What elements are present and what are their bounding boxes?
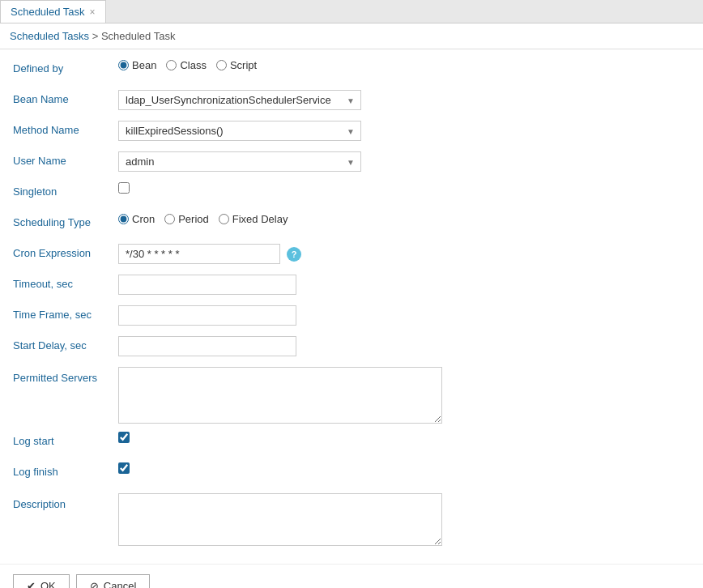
cancel-button[interactable]: ⊘ Cancel — [76, 574, 150, 588]
description-label: Description — [13, 493, 118, 510]
radio-bean[interactable] — [118, 60, 129, 70]
permitted-servers-field — [118, 367, 690, 424]
log-start-row: Log start — [13, 432, 690, 454]
radio-script-label: Script — [230, 59, 257, 71]
footer-buttons: ✔ OK ⊘ Cancel — [0, 564, 703, 588]
log-start-field — [118, 432, 690, 443]
defined-by-radio-group: Bean Class Script — [118, 59, 257, 71]
radio-period-label: Period — [178, 213, 209, 225]
breadcrumb-separator: > — [92, 30, 99, 42]
method-name-select-wrapper: killExpiredSessions() — [118, 121, 361, 141]
breadcrumb: Scheduled Tasks > Scheduled Task — [0, 23, 703, 49]
method-name-row: Method Name killExpiredSessions() — [13, 121, 690, 143]
bean-name-label: Bean Name — [13, 90, 118, 105]
user-name-select-wrapper: admin — [118, 151, 361, 172]
method-name-label: Method Name — [13, 121, 118, 136]
tab-label: Scheduled Task — [11, 6, 85, 18]
defined-by-field: Bean Class Script — [118, 59, 690, 71]
permitted-servers-label: Permitted Servers — [13, 367, 118, 384]
tab-scheduled-task[interactable]: Scheduled Task × — [0, 0, 106, 23]
start-delay-row: Start Delay, sec — [13, 336, 690, 359]
bean-name-select[interactable]: ldap_UserSynchronizationSchedulerService — [118, 90, 361, 110]
method-name-field: killExpiredSessions() — [118, 121, 690, 141]
time-frame-label: Time Frame, sec — [13, 305, 118, 321]
permitted-servers-textarea[interactable] — [118, 367, 442, 424]
bean-name-select-wrapper: ldap_UserSynchronizationSchedulerService — [118, 90, 361, 110]
time-frame-input[interactable] — [118, 305, 296, 326]
cron-expression-row: Cron Expression ? — [13, 244, 690, 266]
timeout-field — [118, 275, 690, 295]
tab-close-icon[interactable]: × — [90, 7, 96, 17]
log-finish-row: Log finish — [13, 462, 690, 485]
user-name-select[interactable]: admin — [118, 151, 361, 172]
time-frame-field — [118, 305, 690, 326]
log-finish-field — [118, 462, 690, 474]
radio-cron-option[interactable]: Cron — [118, 213, 155, 225]
breadcrumb-current: Scheduled Task — [101, 30, 176, 42]
log-start-label: Log start — [13, 432, 118, 447]
radio-class[interactable] — [166, 60, 177, 70]
radio-script[interactable] — [216, 60, 227, 70]
log-start-checkbox[interactable] — [118, 432, 130, 443]
ok-label: OK — [40, 580, 56, 588]
cancel-label: Cancel — [104, 580, 136, 588]
singleton-row: Singleton — [13, 182, 690, 205]
singleton-label: Singleton — [13, 182, 118, 198]
method-name-select[interactable]: killExpiredSessions() — [118, 121, 361, 141]
breadcrumb-parent-link[interactable]: Scheduled Tasks — [10, 30, 89, 42]
radio-class-label: Class — [180, 59, 207, 71]
timeout-label: Timeout, sec — [13, 275, 118, 290]
defined-by-label: Defined by — [13, 59, 118, 75]
cron-expression-label: Cron Expression — [13, 244, 118, 259]
description-field — [118, 493, 690, 546]
radio-bean-option[interactable]: Bean — [118, 59, 156, 71]
cron-help-icon[interactable]: ? — [287, 247, 301, 262]
ok-button[interactable]: ✔ OK — [13, 574, 70, 588]
defined-by-row: Defined by Bean Class Script — [13, 59, 690, 82]
timeout-row: Timeout, sec — [13, 275, 690, 297]
singleton-checkbox[interactable] — [118, 182, 130, 194]
bean-name-row: Bean Name ldap_UserSynchronizationSchedu… — [13, 90, 690, 113]
radio-cron-label: Cron — [132, 213, 155, 225]
form-container: Defined by Bean Class Script Bean Name — [0, 49, 703, 564]
ok-icon: ✔ — [27, 580, 36, 588]
radio-fixed-delay-option[interactable]: Fixed Delay — [219, 213, 288, 225]
timeout-input[interactable] — [118, 275, 296, 295]
permitted-servers-row: Permitted Servers — [13, 367, 690, 424]
log-finish-checkbox[interactable] — [118, 462, 130, 474]
description-textarea[interactable] — [118, 493, 442, 546]
scheduling-type-row: Scheduling Type Cron Period Fixed Delay — [13, 213, 690, 236]
bean-name-field: ldap_UserSynchronizationSchedulerService — [118, 90, 690, 110]
start-delay-field — [118, 336, 690, 356]
log-finish-label: Log finish — [13, 462, 118, 478]
scheduling-type-field: Cron Period Fixed Delay — [118, 213, 690, 225]
radio-cron[interactable] — [118, 214, 129, 224]
scheduling-type-label: Scheduling Type — [13, 213, 118, 228]
radio-class-option[interactable]: Class — [166, 59, 207, 71]
user-name-row: User Name admin — [13, 151, 690, 174]
scheduling-type-radio-group: Cron Period Fixed Delay — [118, 213, 288, 225]
radio-fixed-delay-label: Fixed Delay — [232, 213, 288, 225]
cron-expression-field: ? — [118, 244, 690, 264]
tab-bar: Scheduled Task × — [0, 0, 703, 23]
radio-script-option[interactable]: Script — [216, 59, 257, 71]
radio-fixed-delay[interactable] — [219, 214, 229, 224]
time-frame-row: Time Frame, sec — [13, 305, 690, 328]
cancel-icon: ⊘ — [90, 580, 99, 588]
start-delay-label: Start Delay, sec — [13, 336, 118, 352]
start-delay-input[interactable] — [118, 336, 296, 356]
radio-period[interactable] — [164, 214, 175, 224]
cron-expression-input[interactable] — [118, 244, 280, 264]
radio-period-option[interactable]: Period — [164, 213, 209, 225]
user-name-field: admin — [118, 151, 690, 172]
description-row: Description — [13, 493, 690, 546]
radio-bean-label: Bean — [132, 59, 156, 71]
singleton-field — [118, 182, 690, 194]
user-name-label: User Name — [13, 151, 118, 167]
